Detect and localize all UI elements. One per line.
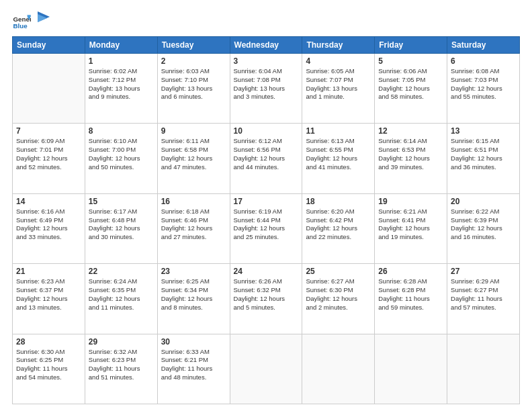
day-info: Sunrise: 6:27 AMSunset: 6:30 PMDaylight:… — [306, 277, 371, 312]
day-number: 28 — [16, 337, 81, 347]
day-number: 14 — [16, 197, 81, 206]
column-header-friday: Friday — [375, 37, 447, 54]
column-header-thursday: Thursday — [302, 37, 375, 54]
day-cell: 10Sunrise: 6:12 AMSunset: 6:56 PMDayligh… — [230, 124, 302, 193]
day-info: Sunrise: 6:22 AMSunset: 6:39 PMDaylight:… — [451, 208, 516, 242]
day-cell — [230, 334, 302, 404]
day-number: 22 — [89, 267, 154, 276]
day-cell: 22Sunrise: 6:24 AMSunset: 6:35 PMDayligh… — [85, 264, 157, 334]
day-info: Sunrise: 6:14 AMSunset: 6:53 PMDaylight:… — [378, 137, 443, 171]
day-cell: 14Sunrise: 6:16 AMSunset: 6:49 PMDayligh… — [13, 193, 85, 263]
day-cell: 25Sunrise: 6:27 AMSunset: 6:30 PMDayligh… — [302, 264, 375, 334]
day-cell — [13, 54, 85, 124]
day-cell: 17Sunrise: 6:19 AMSunset: 6:44 PMDayligh… — [230, 193, 302, 263]
logo-triangle — [38, 11, 50, 26]
day-info: Sunrise: 6:24 AMSunset: 6:35 PMDaylight:… — [89, 277, 154, 312]
day-number: 11 — [306, 126, 371, 136]
day-cell: 19Sunrise: 6:21 AMSunset: 6:41 PMDayligh… — [375, 193, 447, 263]
day-cell: 12Sunrise: 6:14 AMSunset: 6:53 PMDayligh… — [375, 124, 447, 193]
day-number: 4 — [306, 56, 371, 66]
day-info: Sunrise: 6:18 AMSunset: 6:46 PMDaylight:… — [161, 208, 226, 242]
day-cell: 4Sunrise: 6:05 AMSunset: 7:07 PMDaylight… — [302, 54, 375, 124]
day-cell: 18Sunrise: 6:20 AMSunset: 6:42 PMDayligh… — [302, 193, 375, 263]
day-cell — [447, 334, 520, 404]
day-number: 19 — [378, 197, 443, 206]
day-cell: 24Sunrise: 6:26 AMSunset: 6:32 PMDayligh… — [230, 264, 302, 334]
day-cell: 21Sunrise: 6:23 AMSunset: 6:37 PMDayligh… — [13, 264, 85, 334]
day-info: Sunrise: 6:06 AMSunset: 7:05 PMDaylight:… — [378, 67, 443, 101]
day-number: 6 — [451, 56, 516, 66]
day-number: 1 — [89, 56, 154, 66]
day-number: 21 — [16, 267, 81, 276]
day-info: Sunrise: 6:11 AMSunset: 6:58 PMDaylight:… — [161, 137, 226, 171]
day-number: 16 — [161, 197, 226, 206]
day-number: 18 — [306, 197, 371, 206]
day-info: Sunrise: 6:28 AMSunset: 6:28 PMDaylight:… — [378, 277, 443, 312]
day-info: Sunrise: 6:23 AMSunset: 6:37 PMDaylight:… — [16, 277, 81, 312]
day-cell: 6Sunrise: 6:08 AMSunset: 7:03 PMDaylight… — [447, 54, 520, 124]
week-row-3: 14Sunrise: 6:16 AMSunset: 6:49 PMDayligh… — [13, 193, 520, 263]
day-cell: 3Sunrise: 6:04 AMSunset: 7:08 PMDaylight… — [230, 54, 302, 124]
day-number: 26 — [378, 267, 443, 276]
day-cell: 28Sunrise: 6:30 AMSunset: 6:25 PMDayligh… — [13, 334, 85, 404]
day-info: Sunrise: 6:12 AMSunset: 6:56 PMDaylight:… — [234, 137, 299, 171]
day-info: Sunrise: 6:25 AMSunset: 6:34 PMDaylight:… — [161, 277, 226, 312]
day-cell: 27Sunrise: 6:29 AMSunset: 6:27 PMDayligh… — [447, 264, 520, 334]
week-row-4: 21Sunrise: 6:23 AMSunset: 6:37 PMDayligh… — [13, 264, 520, 334]
day-cell: 13Sunrise: 6:15 AMSunset: 6:51 PMDayligh… — [447, 124, 520, 193]
week-row-1: 1Sunrise: 6:02 AMSunset: 7:12 PMDaylight… — [13, 54, 520, 124]
day-info: Sunrise: 6:10 AMSunset: 7:00 PMDaylight:… — [89, 137, 154, 171]
day-cell: 11Sunrise: 6:13 AMSunset: 6:55 PMDayligh… — [302, 124, 375, 193]
day-number: 5 — [378, 56, 443, 66]
day-number: 3 — [234, 56, 299, 66]
day-number: 17 — [234, 197, 299, 206]
day-info: Sunrise: 6:09 AMSunset: 7:01 PMDaylight:… — [16, 137, 81, 171]
day-cell: 23Sunrise: 6:25 AMSunset: 6:34 PMDayligh… — [157, 264, 230, 334]
day-cell: 8Sunrise: 6:10 AMSunset: 7:00 PMDaylight… — [85, 124, 157, 193]
calendar: SundayMondayTuesdayWednesdayThursdayFrid… — [12, 36, 520, 404]
day-number: 15 — [89, 197, 154, 206]
day-info: Sunrise: 6:04 AMSunset: 7:08 PMDaylight:… — [234, 67, 299, 101]
day-number: 9 — [161, 126, 226, 136]
day-number: 2 — [161, 56, 226, 66]
day-info: Sunrise: 6:19 AMSunset: 6:44 PMDaylight:… — [234, 208, 299, 242]
day-number: 29 — [89, 337, 154, 347]
day-number: 8 — [89, 126, 154, 136]
day-info: Sunrise: 6:26 AMSunset: 6:32 PMDaylight:… — [234, 277, 299, 312]
day-info: Sunrise: 6:32 AMSunset: 6:23 PMDaylight:… — [89, 348, 154, 382]
day-cell: 16Sunrise: 6:18 AMSunset: 6:46 PMDayligh… — [157, 193, 230, 263]
svg-text:Blue: Blue — [13, 22, 28, 30]
day-cell: 29Sunrise: 6:32 AMSunset: 6:23 PMDayligh… — [85, 334, 157, 404]
day-number: 25 — [306, 267, 371, 276]
day-info: Sunrise: 6:13 AMSunset: 6:55 PMDaylight:… — [306, 137, 371, 171]
day-info: Sunrise: 6:21 AMSunset: 6:41 PMDaylight:… — [378, 208, 443, 242]
day-info: Sunrise: 6:02 AMSunset: 7:12 PMDaylight:… — [89, 67, 154, 101]
logo-icon: General Blue — [12, 12, 31, 31]
day-number: 13 — [451, 126, 516, 136]
day-info: Sunrise: 6:08 AMSunset: 7:03 PMDaylight:… — [451, 67, 516, 101]
logo: General Blue — [12, 12, 50, 31]
day-cell: 15Sunrise: 6:17 AMSunset: 6:48 PMDayligh… — [85, 193, 157, 263]
day-cell: 9Sunrise: 6:11 AMSunset: 6:58 PMDaylight… — [157, 124, 230, 193]
day-number: 24 — [234, 267, 299, 276]
day-cell: 1Sunrise: 6:02 AMSunset: 7:12 PMDaylight… — [85, 54, 157, 124]
day-cell: 26Sunrise: 6:28 AMSunset: 6:28 PMDayligh… — [375, 264, 447, 334]
day-cell — [302, 334, 375, 404]
day-info: Sunrise: 6:05 AMSunset: 7:07 PMDaylight:… — [306, 67, 371, 101]
column-header-saturday: Saturday — [447, 37, 520, 54]
day-number: 10 — [234, 126, 299, 136]
day-cell: 2Sunrise: 6:03 AMSunset: 7:10 PMDaylight… — [157, 54, 230, 124]
day-cell: 30Sunrise: 6:33 AMSunset: 6:21 PMDayligh… — [157, 334, 230, 404]
day-info: Sunrise: 6:29 AMSunset: 6:27 PMDaylight:… — [451, 277, 516, 312]
day-info: Sunrise: 6:17 AMSunset: 6:48 PMDaylight:… — [89, 208, 154, 242]
day-cell: 5Sunrise: 6:06 AMSunset: 7:05 PMDaylight… — [375, 54, 447, 124]
day-info: Sunrise: 6:20 AMSunset: 6:42 PMDaylight:… — [306, 208, 371, 242]
day-info: Sunrise: 6:30 AMSunset: 6:25 PMDaylight:… — [16, 348, 81, 382]
day-number: 30 — [161, 337, 226, 347]
week-row-2: 7Sunrise: 6:09 AMSunset: 7:01 PMDaylight… — [13, 124, 520, 193]
column-header-tuesday: Tuesday — [157, 37, 230, 54]
week-row-5: 28Sunrise: 6:30 AMSunset: 6:25 PMDayligh… — [13, 334, 520, 404]
day-cell: 7Sunrise: 6:09 AMSunset: 7:01 PMDaylight… — [13, 124, 85, 193]
day-cell: 20Sunrise: 6:22 AMSunset: 6:39 PMDayligh… — [447, 193, 520, 263]
day-info: Sunrise: 6:03 AMSunset: 7:10 PMDaylight:… — [161, 67, 226, 101]
